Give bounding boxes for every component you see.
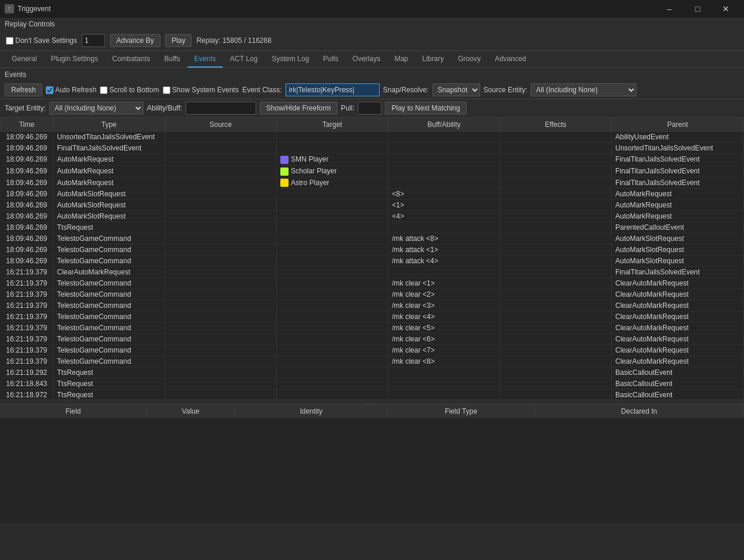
advance-by-input[interactable] — [82, 34, 105, 47]
table-row[interactable]: 18:09:46.269 UnsortedTitanJailsSolvedEve… — [1, 132, 744, 143]
tab-library[interactable]: Library — [415, 51, 451, 68]
tab-pulls[interactable]: Pulls — [316, 51, 346, 68]
cell-target — [277, 390, 388, 400]
table-row[interactable]: 18:09:46.269 TelestoGameCommand /mk atta… — [1, 256, 744, 267]
table-row[interactable]: 18:09:46.269 AutoMarkSlotRequest <4> Aut… — [1, 211, 744, 222]
cell-effects — [500, 143, 612, 154]
maximize-button[interactable]: □ — [684, 0, 711, 18]
tab-groovy[interactable]: Groovy — [451, 51, 488, 68]
show-system-events-group: Show System Events — [163, 86, 239, 94]
table-row[interactable]: 16:21:19.379 TelestoGameCommand /mk clea… — [1, 289, 744, 300]
table-row[interactable]: 18:09:46.269 FinalTitanJailsSolvedEvent … — [1, 143, 744, 154]
source-entity-select[interactable]: All (Including None) — [531, 83, 636, 96]
table-row[interactable]: 16:21:19.379 TelestoGameCommand /mk clea… — [1, 311, 744, 323]
cell-buff: /mk attack <1> — [388, 244, 500, 256]
col-header-type: Type — [53, 118, 165, 132]
cell-parent: ParentedCalloutEvent — [612, 222, 744, 233]
bottom-col-field: Field — [0, 405, 147, 418]
cell-target — [277, 211, 388, 222]
cell-buff — [388, 154, 500, 166]
table-row[interactable]: 16:21:18.843 TtsRequest BasicCalloutEven… — [1, 378, 744, 390]
splitter[interactable]: ... — [0, 400, 744, 404]
cell-buff — [388, 367, 500, 378]
table-row[interactable]: 18:09:46.269 AutoMarkSlotRequest <1> Aut… — [1, 200, 744, 211]
events-section-title: Events — [0, 68, 744, 81]
cell-source — [165, 378, 277, 390]
refresh-button[interactable]: Refresh — [5, 83, 42, 96]
cell-time: 16:21:19.379 — [1, 289, 53, 300]
cell-source — [165, 177, 277, 189]
cell-effects — [500, 233, 612, 244]
table-row[interactable]: 16:21:19.379 TelestoGameCommand /mk clea… — [1, 278, 744, 289]
events-toolbar-row1: Refresh Auto Refresh Scroll to Bottom Sh… — [0, 81, 744, 99]
table-row[interactable]: 18:09:46.269 AutoMarkRequest Scholar Pla… — [1, 165, 744, 177]
cell-type: TelestoGameCommand — [53, 289, 165, 300]
table-row[interactable]: 18:09:46.269 AutoMarkRequest Astro Playe… — [1, 177, 744, 189]
cell-type: TtsRequest — [53, 390, 165, 400]
table-row[interactable]: 16:21:19.379 ClearAutoMarkRequest FinalT… — [1, 267, 744, 278]
table-row[interactable]: 18:09:46.269 TtsRequest ParentedCalloutE… — [1, 222, 744, 233]
cell-target — [277, 356, 388, 367]
table-row[interactable]: 16:21:19.379 TelestoGameCommand /mk clea… — [1, 356, 744, 367]
cell-type: AutoMarkRequest — [53, 154, 165, 166]
table-row[interactable]: 16:21:18.972 TtsRequest BasicCalloutEven… — [1, 390, 744, 400]
tab-overlays[interactable]: Overlays — [346, 51, 387, 68]
cell-effects — [500, 256, 612, 267]
cell-buff: /mk clear <1> — [388, 278, 500, 289]
tab-combatants[interactable]: Combatants — [105, 51, 157, 68]
cell-source — [165, 278, 277, 289]
tab-advanced[interactable]: Advanced — [488, 51, 533, 68]
show-system-events-checkbox[interactable] — [163, 86, 170, 94]
cell-parent: FinalTitanJailsSolvedEvent — [612, 165, 744, 177]
tab-events[interactable]: Events — [187, 51, 223, 68]
cell-type: TelestoGameCommand — [53, 244, 165, 256]
cell-effects — [500, 278, 612, 289]
cell-target — [277, 256, 388, 267]
auto-refresh-checkbox[interactable] — [46, 86, 53, 94]
table-row[interactable]: 18:09:46.269 TelestoGameCommand /mk atta… — [1, 233, 744, 244]
col-header-time: Time — [1, 118, 53, 132]
table-row[interactable]: 18:09:46.269 AutoMarkRequest SMN Player … — [1, 154, 744, 166]
snap-resolve-select[interactable]: Snapshot Resolve — [433, 83, 480, 96]
play-button[interactable]: Play — [165, 34, 192, 47]
show-hide-freeform-button[interactable]: Show/Hide Freeform — [260, 102, 337, 115]
scroll-to-bottom-checkbox[interactable] — [100, 86, 108, 94]
cell-source — [165, 143, 277, 154]
tab-general[interactable]: General — [5, 51, 44, 68]
table-row[interactable]: 18:09:46.269 TelestoGameCommand /mk atta… — [1, 244, 744, 256]
table-row[interactable]: 16:21:19.379 TelestoGameCommand /mk clea… — [1, 300, 744, 311]
cell-buff — [388, 390, 500, 400]
cell-parent: AutoMarkSlotRequest — [612, 244, 744, 256]
cell-type: TelestoGameCommand — [53, 233, 165, 244]
table-row[interactable]: 16:21:19.379 TelestoGameCommand /mk clea… — [1, 345, 744, 356]
minimize-button[interactable]: – — [656, 0, 683, 18]
advance-by-button[interactable]: Advance By — [110, 34, 160, 47]
event-class-input[interactable] — [286, 83, 380, 96]
dont-save-settings-checkbox[interactable] — [6, 37, 14, 45]
tab-plugin-settings[interactable]: Plugin Settings — [44, 51, 105, 68]
ability-buff-input[interactable] — [186, 102, 256, 115]
tab-map[interactable]: Map — [387, 51, 415, 68]
main-tabs: General Plugin Settings Combatants Buffs… — [0, 51, 744, 68]
cell-target — [277, 267, 388, 278]
tab-system-log[interactable]: System Log — [264, 51, 316, 68]
cell-time: 16:21:18.972 — [1, 390, 53, 400]
target-entity-select[interactable]: All (Including None) — [49, 102, 143, 115]
tab-buffs[interactable]: Buffs — [157, 51, 187, 68]
table-row[interactable]: 16:21:19.379 TelestoGameCommand /mk clea… — [1, 323, 744, 334]
play-to-next-matching-button[interactable]: Play to Next Matching — [385, 102, 467, 115]
table-row[interactable]: 16:21:19.292 TtsRequest BasicCalloutEven… — [1, 367, 744, 378]
bottom-table-body — [0, 418, 744, 524]
ability-buff-label: Ability/Buff: — [147, 104, 182, 112]
tab-act-log[interactable]: ACT Log — [223, 51, 264, 68]
table-row[interactable]: 18:09:46.269 AutoMarkSlotRequest <8> Aut… — [1, 189, 744, 200]
pull-input[interactable] — [358, 102, 381, 115]
cell-buff: /mk clear <5> — [388, 323, 500, 334]
cell-target — [277, 132, 388, 143]
table-row[interactable]: 16:21:19.379 TelestoGameCommand /mk clea… — [1, 334, 744, 345]
close-button[interactable]: ✕ — [712, 0, 739, 18]
cell-parent: BasicCalloutEvent — [612, 367, 744, 378]
cell-target — [277, 289, 388, 300]
cell-effects — [500, 244, 612, 256]
cell-parent: ClearAutoMarkRequest — [612, 289, 744, 300]
